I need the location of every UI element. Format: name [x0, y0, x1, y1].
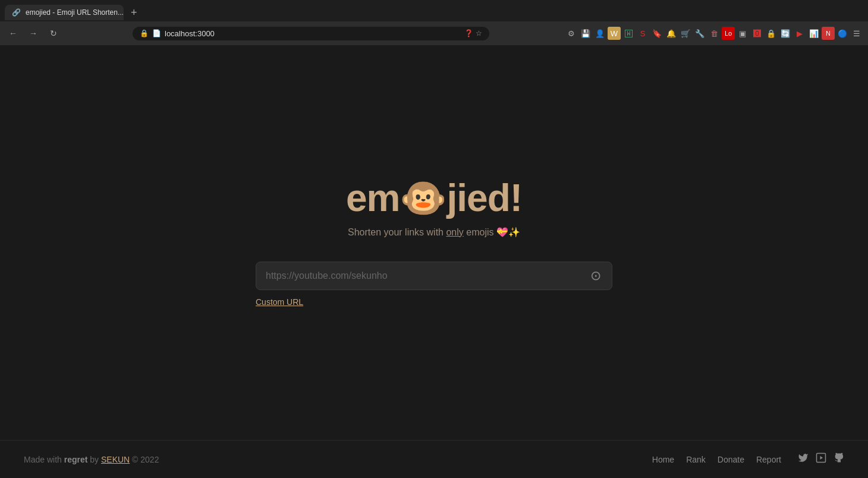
- ext4-icon[interactable]: 🔔: [665, 27, 678, 40]
- page-icon: 📄: [152, 29, 161, 37]
- ext13-icon[interactable]: ▶: [793, 27, 806, 40]
- url-display: localhost:3000: [165, 29, 461, 38]
- svg-marker-1: [820, 456, 823, 460]
- copyright-text: © 2022: [130, 455, 159, 464]
- profile-icon[interactable]: 👤: [593, 27, 606, 40]
- address-bar[interactable]: 🔒 📄 localhost:3000 ❓ ☆: [133, 27, 489, 40]
- subtitle: Shorten your links with only emojis 💝✨: [348, 227, 520, 238]
- ext10-icon[interactable]: 🅾: [750, 27, 763, 40]
- subtitle-emojis: emojis 💝✨: [464, 227, 520, 237]
- back-button[interactable]: ←: [5, 25, 21, 42]
- footer-right: Home Rank Donate Report: [652, 452, 844, 466]
- home-link[interactable]: Home: [652, 455, 674, 464]
- submit-icon: ⊙: [590, 268, 601, 284]
- ext15-icon[interactable]: N: [822, 27, 835, 40]
- url-input-wrapper: ⊙: [256, 262, 612, 290]
- submit-button[interactable]: ⊙: [586, 266, 605, 285]
- ext9-icon[interactable]: ▣: [736, 27, 749, 40]
- nav-bar: ← → ↻ 🔒 📄 localhost:3000 ❓ ☆ ⚙ 💾 👤 W 🅆 S…: [0, 21, 868, 45]
- tab-title: emojied - Emoji URL Shorten...: [26, 8, 124, 17]
- by-text: by: [87, 455, 101, 464]
- title-part2: jied!: [446, 177, 522, 219]
- regret-text: regret: [64, 455, 88, 464]
- ext16-icon[interactable]: 🔵: [836, 27, 849, 40]
- help-icon: ❓: [464, 29, 473, 37]
- tab-favicon: 🔗: [12, 8, 21, 17]
- forward-button[interactable]: →: [25, 25, 42, 42]
- title-part1: em: [346, 177, 400, 219]
- url-input[interactable]: [256, 262, 612, 290]
- donate-link[interactable]: Donate: [718, 455, 744, 464]
- menu-button[interactable]: ☰: [850, 27, 863, 40]
- tab-bar: 🔗 emojied - Emoji URL Shorten... ✕ +: [0, 0, 868, 21]
- ext12-icon[interactable]: 🔄: [779, 27, 792, 40]
- author-link[interactable]: SEKUN: [101, 455, 130, 464]
- ext3-icon[interactable]: 🔖: [650, 27, 663, 40]
- subtitle-only: only: [446, 227, 463, 237]
- social-links: [798, 452, 844, 466]
- address-icons: ❓ ☆: [464, 29, 482, 37]
- ext14-icon[interactable]: 📊: [807, 27, 820, 40]
- ext7-icon[interactable]: 🗑: [707, 27, 721, 40]
- security-icon: 🔒: [140, 29, 149, 37]
- rank-link[interactable]: Rank: [686, 455, 706, 464]
- report-link[interactable]: Report: [756, 455, 781, 464]
- title-emoji: 🐵: [400, 177, 446, 219]
- footer: Made with regret by SEKUN © 2022 Home Ra…: [0, 440, 868, 478]
- bookmark-icon[interactable]: ☆: [476, 29, 482, 37]
- browser-chrome: 🔗 emojied - Emoji URL Shorten... ✕ + ← →…: [0, 0, 868, 45]
- ext6-icon[interactable]: 🔧: [693, 27, 706, 40]
- input-section: ⊙ Custom URL: [256, 262, 612, 307]
- twitter-icon[interactable]: [798, 452, 809, 466]
- youtube-icon[interactable]: [816, 452, 826, 466]
- made-with-text: Made with: [24, 455, 64, 464]
- footer-credit: Made with regret by SEKUN © 2022: [24, 455, 159, 464]
- new-tab-button[interactable]: +: [126, 7, 142, 19]
- bookmark2-icon[interactable]: W: [608, 27, 621, 40]
- subtitle-text: Shorten your links with: [348, 227, 446, 237]
- active-tab[interactable]: 🔗 emojied - Emoji URL Shorten... ✕: [5, 5, 124, 20]
- custom-url-button[interactable]: Custom URL: [256, 297, 303, 307]
- toolbar-icons: ⚙ 💾 👤 W 🅆 S 🔖 🔔 🛒 🔧 🗑 Lo ▣ 🅾 🔒 🔄 ▶ 📊 N 🔵…: [565, 27, 863, 40]
- ext1-icon[interactable]: 🅆: [622, 27, 635, 40]
- hero-section: em🐵jied! Shorten your links with only em…: [346, 179, 522, 238]
- main-content: em🐵jied! Shorten your links with only em…: [0, 45, 868, 440]
- reload-button[interactable]: ↻: [45, 25, 62, 42]
- ext11-icon[interactable]: 🔒: [765, 27, 778, 40]
- pocket-icon[interactable]: 💾: [579, 27, 592, 40]
- extensions-icon[interactable]: ⚙: [565, 27, 578, 40]
- ext5-icon[interactable]: 🛒: [679, 27, 692, 40]
- ext2-icon[interactable]: S: [636, 27, 649, 40]
- ext8-icon[interactable]: Lo: [722, 27, 735, 40]
- app-title: em🐵jied!: [346, 179, 522, 217]
- github-icon[interactable]: [834, 452, 844, 466]
